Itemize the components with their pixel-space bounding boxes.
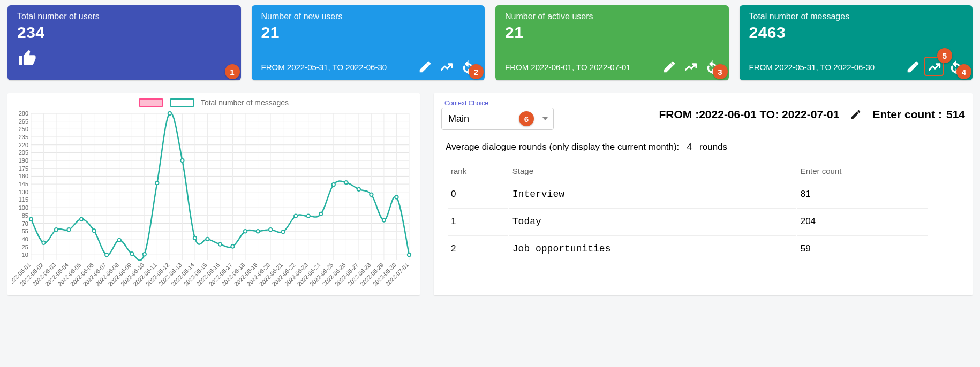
svg-point-130	[408, 253, 411, 256]
enter-count-label: Enter count :	[872, 108, 942, 121]
card-value: 21	[261, 24, 476, 42]
cell-stage: Interview	[509, 181, 796, 207]
from-to-label: FROM :2022-06-01 TO: 2022-07-01	[659, 108, 840, 121]
svg-text:250: 250	[19, 126, 28, 132]
card-value: 234	[17, 24, 231, 42]
card-title: Number of new users	[261, 12, 476, 21]
cell-stage: Job opportunities	[509, 235, 796, 262]
svg-point-109	[143, 253, 146, 256]
svg-text:70: 70	[22, 220, 28, 227]
legend-swatch-teal	[170, 98, 194, 107]
chart-legend: Total number of messages	[12, 98, 416, 107]
svg-point-115	[218, 242, 222, 246]
svg-text:55: 55	[22, 228, 28, 234]
svg-point-126	[357, 188, 360, 191]
svg-point-111	[168, 112, 171, 115]
svg-point-123	[319, 212, 322, 216]
stat-card-2: Number of active users21FROM 2022-06-01,…	[495, 5, 729, 80]
cell-enter-count: 204	[797, 208, 928, 234]
cell-rank: 0	[448, 181, 508, 207]
card-range: FROM 2022-06-01, TO 2022-07-01	[505, 63, 655, 72]
legend-label: Total number of messages	[201, 98, 289, 107]
svg-point-105	[92, 229, 95, 232]
cell-stage: Today	[509, 208, 796, 234]
stage-table: rankStageEnter count 0Interview811Today2…	[447, 161, 929, 263]
stat-card-1: Number of new users21FROM 2022-05-31, TO…	[252, 5, 485, 80]
svg-point-102	[55, 228, 58, 231]
col-enter-count: Enter count	[797, 162, 928, 180]
svg-point-113	[193, 236, 197, 240]
callout-badge-2: 2	[469, 64, 484, 79]
trend-icon[interactable]	[684, 60, 698, 74]
callout-arrow	[7, 295, 980, 367]
card-range: FROM 2022-05-31, TO 2022-06-30	[749, 63, 899, 72]
svg-point-117	[244, 230, 247, 233]
enter-count-value: 514	[946, 108, 965, 121]
svg-text:100: 100	[19, 204, 28, 211]
stat-card-0: Total number of users234	[7, 5, 241, 80]
card-title: Total number of users	[17, 12, 231, 21]
svg-point-116	[231, 244, 234, 248]
svg-point-124	[332, 183, 335, 186]
card-title: Total number of messages	[749, 12, 963, 21]
svg-point-118	[256, 230, 259, 233]
svg-point-122	[307, 215, 310, 218]
chevron-down-icon	[542, 117, 548, 120]
cell-enter-count: 81	[797, 181, 928, 207]
cell-rank: 2	[448, 235, 508, 262]
svg-text:25: 25	[22, 244, 28, 250]
svg-point-112	[180, 159, 184, 162]
svg-text:220: 220	[19, 142, 28, 148]
svg-point-106	[105, 253, 108, 256]
pencil-icon[interactable]	[418, 60, 432, 74]
table-row: 0Interview81	[448, 181, 928, 207]
table-row: 2Job opportunities59	[448, 235, 928, 262]
table-row: 1Today204	[448, 208, 928, 234]
chart-container: Total number of messages 102540557085100…	[7, 93, 420, 295]
legend-swatch-pink	[139, 98, 163, 107]
svg-text:40: 40	[22, 236, 28, 242]
svg-point-103	[67, 228, 70, 231]
callout-badge-4: 4	[956, 64, 971, 79]
col-rank: rank	[448, 162, 508, 180]
svg-text:175: 175	[19, 165, 28, 172]
svg-point-104	[80, 217, 83, 220]
svg-text:280: 280	[19, 110, 28, 117]
trend-icon[interactable]	[440, 60, 454, 74]
svg-text:145: 145	[19, 181, 28, 187]
card-title: Number of active users	[505, 12, 719, 21]
cell-enter-count: 59	[797, 235, 928, 262]
svg-point-107	[118, 239, 121, 242]
cell-rank: 1	[448, 208, 508, 234]
context-choice-label: Context Choice	[444, 100, 554, 107]
svg-point-101	[42, 241, 45, 244]
thumb-up-icon	[18, 49, 36, 67]
svg-point-127	[370, 193, 373, 196]
svg-text:10: 10	[22, 251, 28, 258]
card-range: FROM 2022-05-31, TO 2022-06-30	[261, 63, 411, 72]
svg-text:130: 130	[19, 189, 28, 195]
svg-text:85: 85	[22, 212, 28, 219]
svg-point-120	[281, 230, 284, 233]
callout-badge-5: 5	[937, 48, 952, 63]
card-value: 2463	[749, 24, 963, 42]
svg-text:115: 115	[19, 196, 28, 203]
svg-text:160: 160	[19, 173, 28, 179]
svg-point-119	[269, 228, 272, 231]
context-choice-select[interactable]: Main 6	[441, 108, 554, 130]
svg-text:265: 265	[19, 118, 28, 125]
svg-text:190: 190	[19, 157, 28, 164]
svg-point-125	[344, 181, 348, 184]
svg-point-108	[130, 252, 133, 255]
pencil-icon[interactable]	[906, 60, 920, 74]
context-choice-value: Main	[448, 113, 469, 125]
callout-badge-1: 1	[225, 64, 240, 79]
pencil-icon[interactable]	[662, 60, 676, 74]
details-panel: Context Choice Main 6 FROM :2022-06-01 T…	[434, 93, 973, 295]
col-stage: Stage	[509, 162, 796, 180]
pencil-icon[interactable]	[850, 109, 862, 120]
svg-point-128	[382, 218, 386, 221]
callout-badge-3: 3	[713, 64, 728, 79]
svg-point-129	[395, 195, 398, 198]
svg-text:235: 235	[19, 134, 28, 140]
